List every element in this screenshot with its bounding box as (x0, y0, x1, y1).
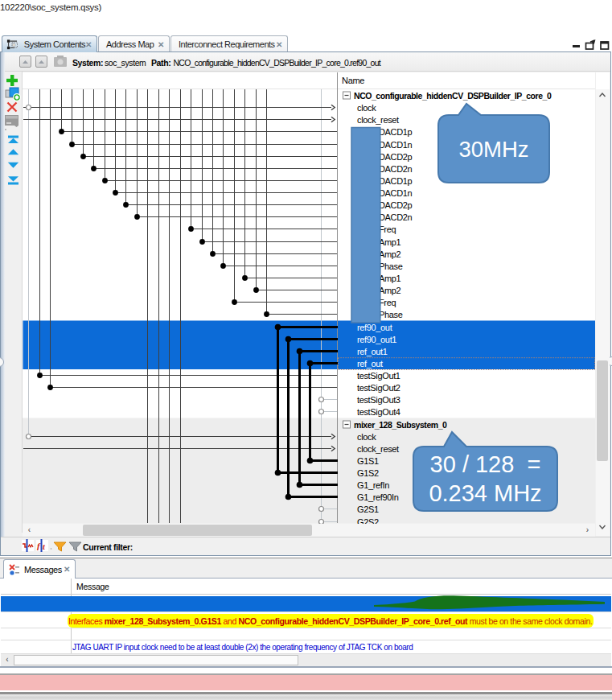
svg-text:Phase: Phase (379, 310, 403, 319)
svg-text:testSigOut3: testSigOut3 (357, 395, 400, 405)
svg-text:ref_out: ref_out (357, 359, 383, 369)
svg-text:30MHz: 30MHz (458, 137, 528, 162)
svg-text:ref_out1: ref_out1 (357, 347, 388, 356)
svg-text:DACD2p: DACD2p (379, 200, 413, 210)
svg-text:Name: Name (342, 76, 364, 85)
svg-text:0.234 MHz: 0.234 MHz (429, 480, 541, 506)
svg-text:testSigOut4: testSigOut4 (357, 407, 400, 417)
svg-text:clock: clock (357, 103, 376, 113)
svg-text:clock: clock (357, 432, 376, 442)
svg-text:DACD2n: DACD2n (379, 164, 413, 174)
svg-text:Freq: Freq (379, 224, 396, 234)
svg-text:DACD1p: DACD1p (379, 176, 413, 186)
svg-text:testSigOut2: testSigOut2 (357, 383, 400, 393)
svg-text:G1_refIn: G1_refIn (357, 480, 389, 490)
svg-text:Phase: Phase (379, 261, 403, 271)
svg-text:mixer_128_Subsystem_0: mixer_128_Subsystem_0 (354, 420, 447, 430)
svg-text:Amp1: Amp1 (379, 274, 401, 283)
svg-text:Freq: Freq (379, 298, 396, 307)
svg-text:clock_reset: clock_reset (357, 115, 399, 125)
svg-text:testSigOut1: testSigOut1 (357, 371, 400, 381)
svg-text:G1S1: G1S1 (357, 456, 379, 466)
svg-text:ref90_out1: ref90_out1 (357, 335, 396, 344)
svg-text:Amp2: Amp2 (379, 286, 401, 295)
svg-text:G2S1: G2S1 (357, 504, 379, 514)
svg-text:G1_ref90In: G1_ref90In (357, 492, 399, 502)
svg-text:DACD2n: DACD2n (379, 212, 413, 222)
svg-text:ref90_out: ref90_out (357, 323, 392, 332)
svg-text:DACD1n: DACD1n (379, 140, 413, 150)
svg-text:30 / 128 =: 30 / 128 = (430, 451, 541, 477)
svg-text:Amp2: Amp2 (379, 249, 401, 259)
svg-text:DACD2p: DACD2p (379, 152, 413, 162)
svg-text:DACD1p: DACD1p (379, 127, 413, 137)
svg-text:NCO_configurable_hiddenCV_DSPB: NCO_configurable_hiddenCV_DSPBuilder_IP_… (354, 91, 552, 101)
svg-text:Amp1: Amp1 (379, 237, 401, 247)
svg-text:clock_reset: clock_reset (357, 444, 399, 454)
svg-text:DACD1n: DACD1n (379, 188, 413, 198)
svg-text:G1S2: G1S2 (357, 468, 379, 478)
